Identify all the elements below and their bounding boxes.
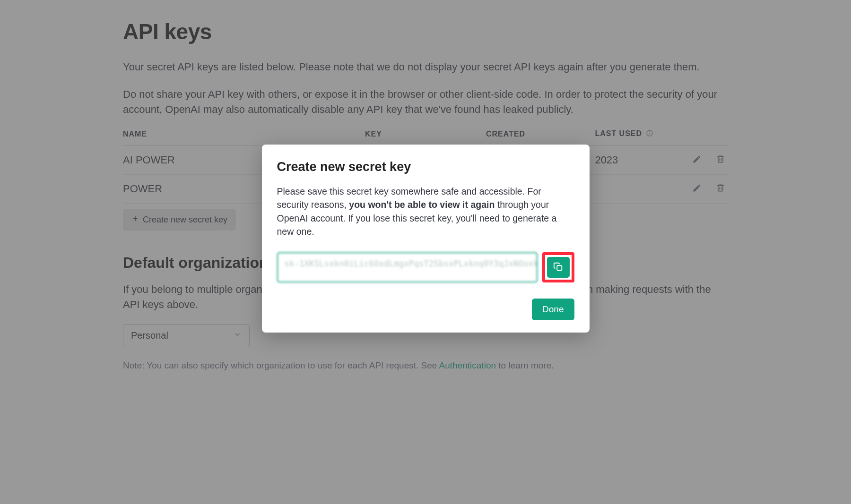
modal-description: Please save this secret key somewhere sa…: [277, 185, 574, 238]
modal-title: Create new secret key: [277, 160, 574, 174]
create-key-modal: Create new secret key Please save this s…: [262, 145, 590, 333]
modal-overlay[interactable]: Create new secret key Please save this s…: [0, 0, 851, 504]
svg-rect-11: [557, 265, 562, 270]
copy-icon: [553, 262, 564, 273]
done-button[interactable]: Done: [532, 299, 574, 320]
secret-key-row: sk-1XKSLsxkn0iLic6OxdLmgxPqsT2SbsxPLxknq…: [277, 252, 574, 282]
modal-text-bold: you won't be able to view it again: [349, 199, 495, 210]
copy-key-button[interactable]: [547, 257, 570, 278]
copy-highlight: [542, 252, 574, 282]
secret-key-input[interactable]: sk-1XKSLsxkn0iLic6OxdLmgxPqsT2SbsxPLxknq…: [277, 252, 538, 282]
modal-footer: Done: [277, 299, 574, 320]
